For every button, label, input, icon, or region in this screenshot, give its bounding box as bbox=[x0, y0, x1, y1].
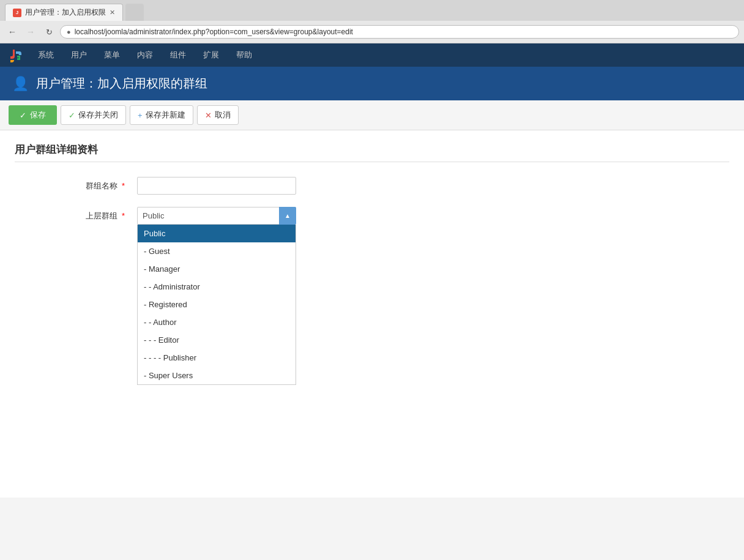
toolbar: ✓ 保存 ✓ 保存并关闭 + 保存并新建 ✕ 取消 bbox=[0, 100, 744, 130]
tab-close-button[interactable]: ✕ bbox=[110, 9, 115, 17]
save-label: 保存 bbox=[30, 110, 46, 121]
nav-components[interactable]: 组件 bbox=[162, 43, 195, 67]
dropdown-option-public[interactable]: Public bbox=[138, 225, 296, 242]
dropdown-option-registered[interactable]: - Registered bbox=[138, 296, 296, 313]
cancel-button[interactable]: ✕ 取消 bbox=[197, 105, 239, 125]
group-name-input[interactable] bbox=[137, 177, 296, 195]
section-title: 用户群组详细资料 bbox=[15, 143, 729, 162]
group-name-field-wrap bbox=[137, 177, 296, 195]
nav-content[interactable]: 内容 bbox=[128, 43, 162, 67]
plus-icon: + bbox=[138, 111, 143, 120]
parent-group-label: 上层群组 * bbox=[15, 207, 125, 222]
svg-rect-0 bbox=[7, 47, 24, 64]
lock-icon: ● bbox=[67, 28, 71, 35]
forward-button[interactable]: → bbox=[23, 24, 38, 39]
dropdown-list: Public - Guest - Manager - - Administrat… bbox=[137, 225, 296, 385]
dropdown-option-manager[interactable]: - Manager bbox=[138, 260, 296, 278]
main-nav: 系统 用户 菜单 内容 组件 扩展 帮助 bbox=[0, 43, 744, 67]
save-close-button[interactable]: ✓ 保存并关闭 bbox=[61, 105, 126, 125]
group-name-label: 群组名称 * bbox=[15, 177, 125, 192]
tab-favicon: J bbox=[13, 9, 21, 17]
refresh-button[interactable]: ↻ bbox=[42, 24, 56, 39]
browser-chrome: J 用户管理：加入启用权限 ✕ ← → ↻ ● bbox=[0, 0, 744, 43]
main-content: 用户群组详细资料 群组名称 * 上层群组 * Public ▲ Public -… bbox=[0, 130, 744, 498]
dropdown-option-administrator[interactable]: - - Administrator bbox=[138, 278, 296, 296]
check-icon: ✓ bbox=[69, 111, 75, 120]
back-button[interactable]: ← bbox=[5, 24, 20, 39]
parent-group-select[interactable]: Public bbox=[137, 207, 296, 225]
save-close-label: 保存并关闭 bbox=[78, 110, 118, 121]
page-header: 👤 用户管理：加入启用权限的群组 bbox=[0, 67, 744, 100]
url-bar: ● bbox=[60, 25, 739, 39]
parent-group-row: 上层群组 * Public ▲ Public - Guest - Manager… bbox=[15, 207, 729, 225]
save-new-label: 保存并新建 bbox=[146, 110, 185, 121]
parent-group-select-wrapper: Public ▲ Public - Guest - Manager - - Ad… bbox=[137, 207, 296, 225]
dropdown-option-author[interactable]: - - Author bbox=[138, 313, 296, 331]
save-icon: ✓ bbox=[20, 111, 26, 120]
active-tab[interactable]: J 用户管理：加入启用权限 ✕ bbox=[5, 4, 123, 21]
required-star: * bbox=[122, 181, 125, 190]
save-new-button[interactable]: + 保存并新建 bbox=[130, 105, 193, 125]
user-group-icon: 👤 bbox=[12, 76, 29, 92]
nav-help[interactable]: 帮助 bbox=[228, 43, 261, 67]
x-icon: ✕ bbox=[205, 111, 212, 120]
dropdown-option-editor[interactable]: - - - Editor bbox=[138, 331, 296, 349]
tab-bar: J 用户管理：加入启用权限 ✕ bbox=[0, 0, 744, 21]
required-star-2: * bbox=[122, 211, 125, 220]
dropdown-option-superusers[interactable]: - Super Users bbox=[138, 367, 296, 384]
address-bar: ← → ↻ ● bbox=[0, 21, 744, 43]
tab-title: 用户管理：加入启用权限 bbox=[25, 7, 106, 18]
new-tab-button[interactable] bbox=[125, 4, 144, 21]
dropdown-option-publisher[interactable]: - - - - Publisher bbox=[138, 349, 296, 367]
selected-option-text: Public bbox=[143, 211, 164, 220]
nav-menu[interactable]: 菜单 bbox=[95, 43, 128, 67]
cancel-label: 取消 bbox=[215, 110, 231, 121]
nav-users[interactable]: 用户 bbox=[62, 43, 95, 67]
joomla-logo bbox=[7, 47, 24, 64]
nav-system[interactable]: 系统 bbox=[29, 43, 62, 67]
dropdown-option-guest[interactable]: - Guest bbox=[138, 242, 296, 260]
select-arrow-icon[interactable]: ▲ bbox=[279, 207, 296, 225]
url-input[interactable] bbox=[75, 28, 732, 36]
group-name-row: 群组名称 * bbox=[15, 177, 729, 195]
page-title: 用户管理：加入启用权限的群组 bbox=[36, 75, 207, 92]
nav-extensions[interactable]: 扩展 bbox=[195, 43, 228, 67]
save-button[interactable]: ✓ 保存 bbox=[9, 105, 57, 125]
